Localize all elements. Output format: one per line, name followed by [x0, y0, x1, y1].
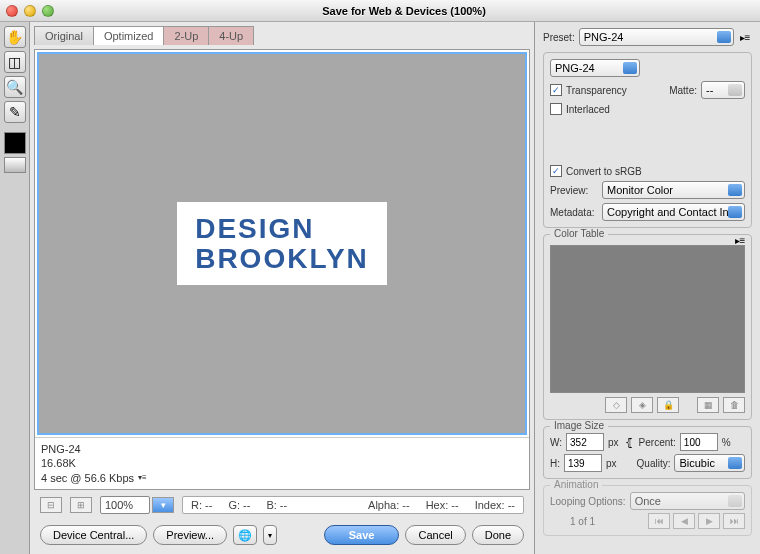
zoom-in-button[interactable]: ⊞: [70, 497, 92, 513]
preview-popup[interactable]: Monitor Color: [602, 181, 745, 199]
readout-hex: Hex: --: [426, 499, 459, 511]
zoom-tool-icon[interactable]: 🔍: [4, 76, 26, 98]
matte-popup[interactable]: --: [701, 81, 745, 99]
w-label: W:: [550, 437, 562, 448]
transparency-checkbox[interactable]: ✓ Transparency: [550, 84, 627, 96]
titlebar: Save for Web & Devices (100%): [0, 0, 760, 22]
window-title: Save for Web & Devices (100%): [54, 5, 754, 17]
foreground-swatch[interactable]: [4, 132, 26, 154]
tool-column: ✋ ◫ 🔍 ✎: [0, 22, 30, 554]
h-label: H:: [550, 458, 560, 469]
window-controls: [6, 5, 54, 17]
color-readout: R: -- G: -- B: -- Alpha: -- Hex: -- Inde…: [182, 496, 524, 514]
hand-tool-icon[interactable]: ✋: [4, 26, 26, 48]
tab-4up[interactable]: 4-Up: [208, 26, 254, 45]
minimize-icon[interactable]: [24, 5, 36, 17]
tab-optimized[interactable]: Optimized: [93, 26, 165, 45]
first-frame-icon: ⏮: [648, 513, 670, 529]
preset-label: Preset:: [543, 32, 575, 43]
width-field[interactable]: [566, 433, 604, 451]
quality-popup[interactable]: Bicubic: [674, 454, 745, 472]
image-size-title: Image Size: [550, 420, 608, 431]
preset-popup[interactable]: PNG-24: [579, 28, 734, 46]
slice-tool-icon[interactable]: ◫: [4, 51, 26, 73]
eyedropper-tool-icon[interactable]: ✎: [4, 101, 26, 123]
save-button[interactable]: Save: [324, 525, 400, 545]
interlaced-checkbox[interactable]: Interlaced: [550, 103, 610, 115]
logo-line2: BROOKLYN: [195, 244, 369, 273]
optimize-info: PNG-24 16.68K 4 sec @ 56.6 Kbps ▾≡: [35, 437, 529, 489]
frame-indicator: 1 of 1: [550, 516, 595, 527]
browser-menu-icon[interactable]: ▾: [263, 525, 277, 545]
zoom-stepper-icon[interactable]: ▾: [152, 497, 174, 513]
loop-label: Looping Options:: [550, 496, 626, 507]
preview-button[interactable]: Preview...: [153, 525, 227, 545]
color-table[interactable]: [550, 245, 745, 393]
preview-label: Preview:: [550, 185, 598, 196]
close-icon[interactable]: [6, 5, 18, 17]
toggle-slices-icon[interactable]: [4, 157, 26, 173]
zoom-out-button[interactable]: ⊟: [40, 497, 62, 513]
height-field[interactable]: [564, 454, 602, 472]
cancel-button[interactable]: Cancel: [405, 525, 465, 545]
ct-new-icon[interactable]: ▦: [697, 397, 719, 413]
info-format: PNG-24: [41, 442, 523, 456]
format-popup[interactable]: PNG-24: [550, 59, 640, 77]
readout-g: G: --: [228, 499, 250, 511]
next-frame-icon: ▶: [698, 513, 720, 529]
tab-2up[interactable]: 2-Up: [163, 26, 209, 45]
color-table-title: Color Table: [550, 228, 608, 239]
canvas-wrap: DESIGN BROOKLYN PNG-24 16.68K 4 sec @ 56…: [34, 49, 530, 490]
readout-b: B: --: [266, 499, 287, 511]
prev-frame-icon: ◀: [673, 513, 695, 529]
quality-label: Quality:: [637, 458, 671, 469]
zoom-field[interactable]: 100%: [100, 496, 150, 514]
preset-menu-icon[interactable]: ▸≡: [738, 30, 752, 44]
last-frame-icon: ⏭: [723, 513, 745, 529]
readout-alpha: Alpha: --: [368, 499, 410, 511]
metadata-label: Metadata:: [550, 207, 598, 218]
ct-trash-icon[interactable]: 🗑: [723, 397, 745, 413]
logo-line1: DESIGN: [195, 214, 369, 243]
settings-panel: Preset: PNG-24 ▸≡ PNG-24 ✓ Transparency …: [534, 22, 760, 554]
preview-image: DESIGN BROOKLYN: [177, 202, 387, 285]
bottom-buttons: Device Central... Preview... 🌐 ▾ Save Ca…: [34, 520, 530, 550]
preview-canvas[interactable]: DESIGN BROOKLYN: [37, 52, 527, 435]
browser-preview-icon[interactable]: 🌐: [233, 525, 257, 545]
device-central-button[interactable]: Device Central...: [40, 525, 147, 545]
ct-lock-icon[interactable]: 🔒: [657, 397, 679, 413]
metadata-popup[interactable]: Copyright and Contact Info: [602, 203, 745, 221]
info-size: 16.68K: [41, 456, 523, 470]
done-button[interactable]: Done: [472, 525, 524, 545]
percent-field[interactable]: [680, 433, 718, 451]
view-tabs: Original Optimized 2-Up 4-Up: [34, 26, 530, 45]
ct-btn-1[interactable]: ◇: [605, 397, 627, 413]
readout-index: Index: --: [475, 499, 515, 511]
srgb-checkbox[interactable]: ✓ Convert to sRGB: [550, 165, 642, 177]
animation-title: Animation: [550, 479, 602, 490]
info-menu-icon[interactable]: ▾≡: [138, 473, 147, 483]
matte-label: Matte:: [669, 85, 697, 96]
info-time: 4 sec @ 56.6 Kbps: [41, 471, 134, 485]
link-icon[interactable]: ⦃: [625, 436, 633, 449]
status-row: ⊟ ⊞ 100% ▾ R: -- G: -- B: -- Alpha: -- H…: [34, 494, 530, 516]
ct-btn-2[interactable]: ◈: [631, 397, 653, 413]
loop-popup: Once: [630, 492, 745, 510]
tab-original[interactable]: Original: [34, 26, 94, 45]
color-table-menu-icon[interactable]: ▸≡: [733, 233, 747, 247]
percent-label: Percent:: [639, 437, 676, 448]
zoom-icon[interactable]: [42, 5, 54, 17]
readout-r: R: --: [191, 499, 212, 511]
